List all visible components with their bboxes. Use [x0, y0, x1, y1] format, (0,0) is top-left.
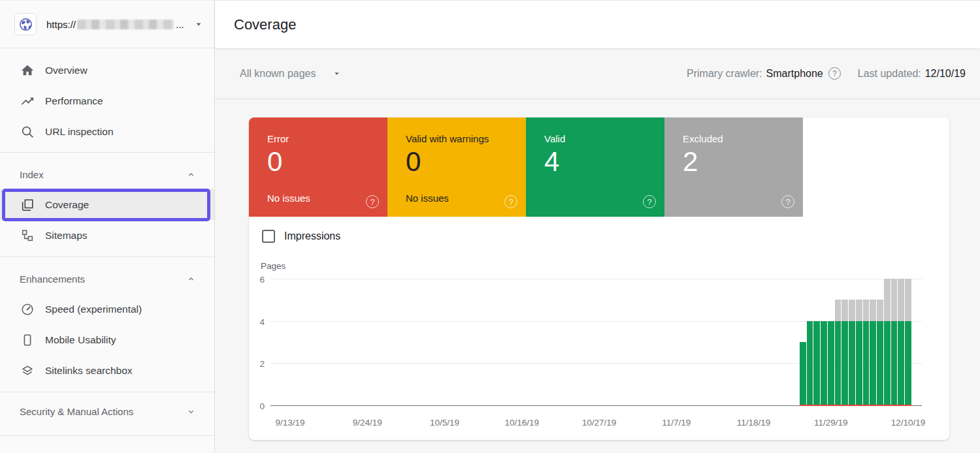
- property-url-redacted: [77, 20, 174, 29]
- x-tick-label: 12/10/19: [891, 418, 926, 428]
- y-tick-label: 4: [249, 317, 265, 326]
- sidebar-item-sitemaps[interactable]: Sitemaps: [0, 220, 214, 251]
- property-selector[interactable]: https:// ...: [0, 1, 214, 48]
- bar-valid-segment[interactable]: [849, 321, 855, 405]
- bar-valid-segment[interactable]: [870, 321, 876, 405]
- status-card-valid-with-warnings[interactable]: Valid with warnings 0 No issues ?: [387, 117, 526, 217]
- impressions-checkbox[interactable]: [262, 230, 275, 243]
- x-tick-label: 11/29/19: [814, 418, 848, 428]
- status-card-subtext: No issues: [267, 193, 310, 204]
- y-tick-label: 2: [249, 359, 265, 369]
- property-url-scheme: https://: [46, 19, 76, 30]
- bar-valid-segment[interactable]: [898, 321, 904, 405]
- bar-excluded-segment[interactable]: [877, 300, 883, 320]
- status-card-label: Valid: [544, 133, 664, 144]
- bar-excluded-segment[interactable]: [849, 300, 855, 320]
- toolbar: All known pages Primary crawler: Smartph…: [215, 48, 980, 99]
- page-filter-dropdown[interactable]: All known pages: [240, 68, 340, 80]
- bar-excluded-segment[interactable]: [891, 279, 898, 321]
- bar-valid-segment[interactable]: [828, 321, 834, 405]
- bar-valid-segment[interactable]: [800, 342, 806, 405]
- bar-excluded-segment[interactable]: [884, 279, 890, 321]
- status-card-value: 0: [406, 148, 526, 176]
- bar-valid-segment[interactable]: [877, 321, 883, 405]
- sidebar-item-overview[interactable]: Overview: [0, 55, 214, 86]
- sidebar-item-coverage[interactable]: Coverage: [0, 189, 214, 220]
- performance-icon: [20, 93, 35, 108]
- x-tick-label: 9/13/19: [275, 418, 304, 428]
- status-card-error[interactable]: Error 0 No issues ?: [249, 117, 387, 217]
- primary-crawler-help-icon[interactable]: ?: [828, 67, 841, 80]
- bar-valid-segment[interactable]: [807, 321, 813, 405]
- bar-excluded-segment[interactable]: [835, 300, 841, 320]
- bar-valid-segment[interactable]: [905, 321, 911, 405]
- main-area: Coverage All known pages Primary crawler…: [215, 1, 980, 453]
- help-icon[interactable]: ?: [643, 195, 656, 208]
- property-dropdown-caret-icon: [195, 20, 203, 28]
- property-url: https:// ...: [46, 19, 184, 30]
- bar-excluded-segment[interactable]: [905, 279, 911, 321]
- section-header-label: Security & Manual Actions: [20, 406, 133, 417]
- status-card-value: 4: [544, 148, 664, 176]
- status-card-value: 0: [267, 148, 387, 176]
- bar-excluded-segment[interactable]: [841, 300, 848, 320]
- layers-icon: [20, 363, 35, 378]
- sidebar-item-label: Sitemaps: [45, 230, 88, 242]
- sidebar-item-label: Performance: [45, 95, 103, 107]
- bar-valid-segment[interactable]: [863, 321, 870, 405]
- bar-valid-segment[interactable]: [856, 321, 862, 405]
- chart-plot: [270, 279, 922, 406]
- section-header-enhancements[interactable]: Enhancements: [0, 264, 214, 294]
- status-card-label: Valid with warnings: [406, 133, 526, 144]
- help-icon[interactable]: ?: [366, 195, 379, 208]
- x-tick-label: 10/27/19: [582, 418, 617, 428]
- sidebar-item-label: Sitelinks searchbox: [45, 365, 133, 377]
- sidebar-item-mobile-usability[interactable]: Mobile Usability: [0, 324, 214, 355]
- impressions-toggle-row: Impressions: [262, 228, 949, 244]
- sidebar-item-url-inspection[interactable]: URL inspection: [0, 116, 214, 147]
- security-section: Security & Manual Actions: [0, 392, 214, 435]
- sitemaps-icon: [20, 228, 35, 243]
- sidebar: https:// ... Overview Performance: [0, 1, 215, 453]
- help-icon[interactable]: ?: [781, 195, 794, 208]
- last-updated-value: 12/10/19: [925, 68, 966, 80]
- bar-valid-segment[interactable]: [821, 321, 827, 405]
- status-card-value: 2: [683, 148, 803, 176]
- help-icon[interactable]: ?: [504, 195, 517, 208]
- chart-gridline: [270, 279, 922, 279]
- sidebar-item-label: Coverage: [45, 199, 89, 211]
- smartphone-icon: [20, 332, 35, 347]
- x-tick-label: 9/24/19: [353, 418, 382, 428]
- x-tick-label: 10/5/19: [430, 418, 459, 428]
- coverage-pages-icon: [20, 197, 35, 212]
- status-card-excluded[interactable]: Excluded 2 ?: [664, 117, 803, 217]
- sidebar-item-sitelinks-searchbox[interactable]: Sitelinks searchbox: [0, 355, 214, 386]
- bar-valid-segment[interactable]: [884, 321, 890, 405]
- page-title: Coverage: [234, 16, 296, 33]
- bar-valid-segment[interactable]: [841, 321, 848, 405]
- sidebar-item-speed[interactable]: Speed (experimental): [0, 294, 214, 324]
- globe-icon: [18, 17, 33, 32]
- bar-valid-segment[interactable]: [891, 321, 898, 405]
- x-tick-label: 10/16/19: [504, 418, 539, 428]
- section-header-index[interactable]: Index: [0, 159, 214, 189]
- bar-excluded-segment[interactable]: [856, 300, 862, 320]
- bar-excluded-segment[interactable]: [870, 300, 876, 320]
- speed-gauge-icon: [20, 302, 35, 317]
- bar-excluded-segment[interactable]: [898, 279, 904, 321]
- sidebar-item-performance[interactable]: Performance: [0, 86, 214, 116]
- bar-valid-segment[interactable]: [813, 321, 820, 405]
- property-url-truncation: ...: [176, 19, 184, 30]
- status-card-label: Excluded: [683, 133, 803, 144]
- dropdown-caret-icon: [333, 70, 340, 77]
- bar-valid-segment[interactable]: [835, 321, 841, 405]
- bar-excluded-segment[interactable]: [863, 300, 870, 320]
- primary-nav: Overview Performance URL inspection: [0, 48, 214, 152]
- status-card-valid[interactable]: Valid 4 ?: [526, 117, 664, 217]
- coverage-chart: 02469/13/199/24/1910/5/1910/16/1910/27/1…: [249, 279, 949, 440]
- x-tick-label: 11/18/19: [737, 418, 771, 428]
- last-updated-label: Last updated:: [858, 68, 921, 80]
- section-header-security-manual-actions[interactable]: Security & Manual Actions: [0, 396, 214, 426]
- home-icon: [20, 63, 35, 78]
- error-series-line: [800, 405, 911, 406]
